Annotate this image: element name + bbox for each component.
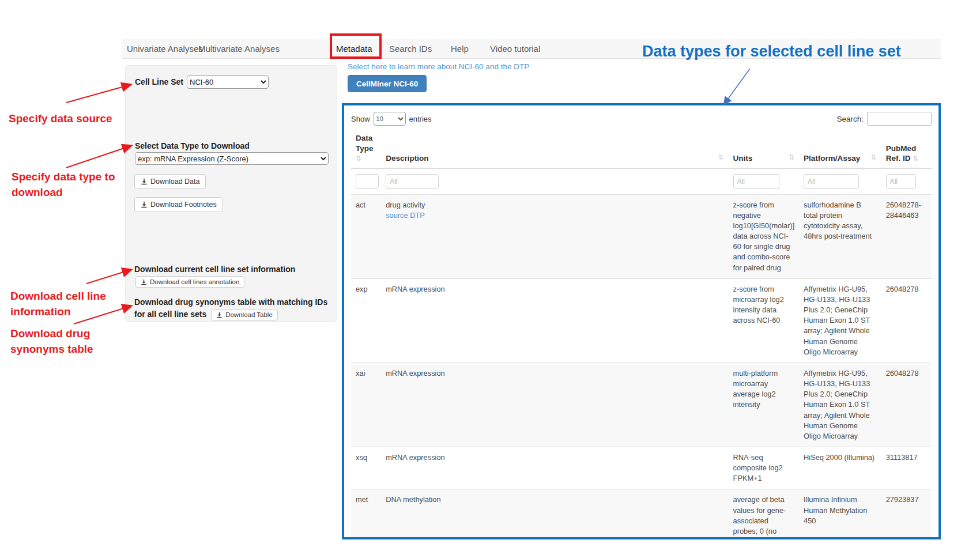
search-label: Search:	[836, 115, 864, 123]
cell-platform: Affymetrix HG-U95, HG-U133, HG-U133 Plus…	[799, 278, 881, 363]
nav-univariate-analyses[interactable]: Univariate Analyses	[127, 39, 203, 59]
drug-synonyms-heading: Download drug synonyms table with matchi…	[134, 296, 336, 320]
nav-multivariate-analyses[interactable]: Multivariate Analyses	[198, 39, 280, 59]
cell-data-type: xai	[351, 363, 381, 447]
data-types-table-container: Show 10 entries Search: Data Type ⇅ ⇅Des…	[342, 103, 941, 539]
filter-input-pubmed[interactable]	[886, 174, 916, 189]
nav-video-tutorial[interactable]: Video tutorial	[490, 39, 540, 59]
col-header-description[interactable]: ⇅Description	[381, 129, 728, 168]
cellminer-nci60-button[interactable]: CellMiner NCI-60	[348, 75, 427, 92]
cell-units: z-score from negative log10[GI50(molar)]…	[729, 194, 799, 278]
sort-icon[interactable]: ⇅	[871, 153, 877, 163]
cell-platform: Illumina Infinium Human Methylation 450	[799, 489, 881, 539]
cell-description: DNA methylation	[381, 489, 728, 539]
page-size-select[interactable]: 10	[374, 112, 406, 126]
cell-data-type: xsq	[351, 447, 381, 489]
table-row-act: act drug activitysource DTP z-score from…	[351, 194, 932, 278]
annotation-download-drug-synonyms: Download drug synonyms table	[10, 326, 93, 357]
nav-help[interactable]: Help	[451, 39, 469, 59]
cell-description: mRNA expression	[381, 278, 728, 363]
learn-more-link[interactable]: Select here to learn more about NCI-60 a…	[348, 62, 529, 71]
entries-label: entries	[409, 115, 432, 123]
cell-platform: sulforhodamine B total protein cytotoxic…	[799, 194, 881, 278]
table-row-xsq: xsq mRNA expression RNA-seq composite lo…	[351, 447, 932, 489]
search-input[interactable]	[867, 112, 932, 126]
annotation-data-types-heading: Data types for selected cell line set	[642, 43, 901, 61]
annotation-specify-data-type: Specify data type to download	[12, 169, 115, 200]
sort-icon[interactable]: ⇅	[789, 153, 794, 163]
cell-data-type: exp	[351, 278, 381, 363]
cell-units: RNA-seq composite log2 FPKM+1	[729, 447, 799, 489]
cell-pubmed: 26048278-28446463	[881, 194, 932, 278]
col-header-pubmed[interactable]: PubMed Ref. ID ⇅	[881, 129, 932, 168]
source-dtp-link[interactable]: source DTP	[386, 210, 425, 221]
cell-units: z-score from microarray log2 intensity d…	[729, 278, 799, 363]
cell-description: drug activitysource DTP	[381, 194, 728, 278]
sort-icon[interactable]: ⇅	[913, 154, 918, 163]
filter-input-platform[interactable]	[804, 174, 859, 189]
cell-units: average of beta values for gene-associat…	[729, 489, 799, 539]
download-cell-lines-annotation-button[interactable]: Download cell lines annotation	[135, 276, 244, 288]
filter-input-data-type[interactable]	[356, 174, 379, 189]
download-footnotes-button[interactable]: Download Footnotes	[134, 197, 223, 212]
table-row-met: met DNA methylation average of beta valu…	[351, 489, 932, 539]
nav-search-ids[interactable]: Search IDs	[389, 39, 432, 59]
download-icon	[141, 279, 147, 285]
cell-description: mRNA expression	[381, 363, 728, 447]
show-label: Show	[351, 115, 370, 123]
data-type-select[interactable]: exp: mRNA Expression (Z-Score)	[135, 152, 329, 165]
cell-line-set-select[interactable]: NCI-60	[187, 76, 269, 89]
nav-metadata[interactable]: Metadata	[336, 39, 372, 59]
cell-description: mRNA expression	[381, 447, 728, 489]
annotation-download-cell-line: Download cell line information	[10, 289, 106, 319]
download-icon	[216, 312, 223, 318]
download-table-button[interactable]: Download Table	[211, 309, 278, 320]
page: Univariate Analyses Multivariate Analyse…	[0, 0, 980, 551]
cell-pubmed: 26048278	[881, 363, 932, 447]
cell-data-type: met	[351, 489, 381, 539]
download-panel: Cell Line SetNCI-60 Select Data Type to …	[125, 65, 337, 322]
col-header-units[interactable]: ⇅Units	[729, 129, 799, 168]
arrow-download-cell-line	[86, 270, 131, 284]
filter-input-description[interactable]	[386, 174, 439, 189]
table-row-exp: exp mRNA expression z-score from microar…	[351, 278, 932, 363]
arrow-specify-data-type	[66, 146, 131, 168]
cell-units: multi-platform microarray average log2 i…	[729, 363, 799, 447]
arrow-data-types	[724, 69, 750, 104]
data-type-label: Select Data Type to Download	[135, 141, 250, 150]
annotation-specify-data-source: Specify data source	[9, 111, 112, 127]
table-row-xai: xai mRNA expression multi-platform micro…	[351, 363, 932, 447]
filter-input-units[interactable]	[733, 174, 779, 189]
cell-line-info-heading: Download current cell line set informati…	[134, 265, 295, 274]
cell-line-set-label: Cell Line Set	[135, 77, 183, 86]
cell-pubmed: 27923837	[881, 489, 932, 539]
arrow-specify-data-source	[66, 85, 130, 103]
cell-pubmed: 31113817	[881, 447, 932, 489]
col-header-platform[interactable]: ⇅Platform/Assay	[799, 129, 881, 168]
col-header-data-type[interactable]: Data Type ⇅	[351, 129, 381, 168]
sort-icon[interactable]: ⇅	[356, 154, 361, 163]
download-icon	[141, 178, 148, 185]
cell-data-type: act	[351, 194, 381, 278]
cell-platform: HiSeq 2000 (Illumina)	[799, 447, 881, 489]
cell-platform: Affymetrix HG-U95, HG-U133, HG-U133 Plus…	[799, 363, 881, 447]
sort-icon[interactable]: ⇅	[718, 153, 724, 163]
cell-pubmed: 26048278	[881, 278, 932, 363]
download-data-button[interactable]: Download Data	[134, 174, 206, 189]
download-icon	[141, 201, 148, 208]
data-types-table: Data Type ⇅ ⇅Description ⇅Units ⇅Platfor…	[351, 129, 932, 539]
